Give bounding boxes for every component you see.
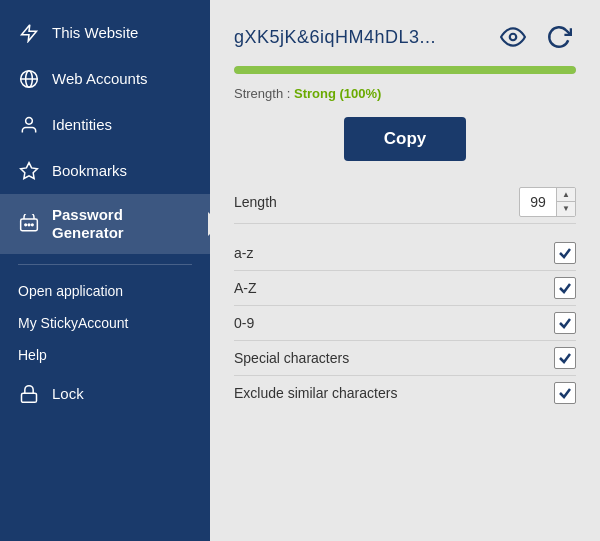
sidebar-item-lock[interactable]: Lock (0, 371, 210, 417)
option-label-special: Special characters (234, 350, 554, 366)
option-check-special[interactable] (554, 347, 576, 369)
strength-bar (234, 66, 576, 74)
sidebar-item-this-website[interactable]: This Website (0, 10, 210, 56)
star-icon (18, 160, 40, 182)
main-content: gXK5jK&6iqHM4hDL3... Strength : Strong (… (210, 0, 600, 541)
option-row-09: 0-9 (234, 306, 576, 341)
sidebar-link-my-sticky-account[interactable]: My StickyAccount (0, 307, 210, 339)
option-label-az: a-z (234, 245, 554, 261)
option-row-exclude-similar: Exclude similar characters (234, 376, 576, 410)
sidebar: This Website Web Accounts Identities Boo… (0, 0, 210, 541)
options-list: a-zA-Z0-9Special charactersExclude simil… (234, 236, 576, 410)
sidebar-link-open-application[interactable]: Open application (0, 275, 210, 307)
strength-bar-fill (234, 66, 576, 74)
svg-point-8 (32, 224, 34, 226)
length-input-wrapper: ▲ ▼ (519, 187, 576, 217)
svg-rect-9 (22, 393, 37, 402)
copy-button-wrapper: Copy (234, 113, 576, 169)
option-check-09[interactable] (554, 312, 576, 334)
option-row-special: Special characters (234, 341, 576, 376)
length-increment-button[interactable]: ▲ (557, 188, 575, 202)
strength-label-row: Strength : Strong (100%) (234, 86, 576, 101)
svg-point-6 (25, 224, 27, 226)
svg-point-3 (26, 118, 33, 125)
svg-point-10 (510, 34, 517, 41)
length-decrement-button[interactable]: ▼ (557, 202, 575, 216)
sidebar-divider (18, 264, 192, 265)
length-input[interactable] (520, 192, 556, 212)
refresh-password-button[interactable] (542, 20, 576, 54)
lock-icon (18, 383, 40, 405)
password-icon (18, 213, 40, 235)
bolt-icon (18, 22, 40, 44)
sidebar-item-identities[interactable]: Identities (0, 102, 210, 148)
svg-point-7 (28, 224, 30, 226)
sidebar-item-password-generator[interactable]: Password Generator (0, 194, 210, 254)
option-label-AZ: A-Z (234, 280, 554, 296)
option-row-length: Length ▲ ▼ (234, 181, 576, 224)
option-row-AZ: A-Z (234, 271, 576, 306)
password-display-row: gXK5jK&6iqHM4hDL3... (234, 20, 576, 54)
length-stepper: ▲ ▼ (556, 188, 575, 216)
password-text: gXK5jK&6iqHM4hDL3... (234, 27, 484, 48)
option-check-exclude-similar[interactable] (554, 382, 576, 404)
sidebar-item-bookmarks[interactable]: Bookmarks (0, 148, 210, 194)
copy-button[interactable]: Copy (344, 117, 467, 161)
sidebar-item-web-accounts[interactable]: Web Accounts (0, 56, 210, 102)
toggle-visibility-button[interactable] (496, 20, 530, 54)
globe-icon (18, 68, 40, 90)
option-check-az[interactable] (554, 242, 576, 264)
option-row-az: a-z (234, 236, 576, 271)
option-label-09: 0-9 (234, 315, 554, 331)
sidebar-link-help[interactable]: Help (0, 339, 210, 371)
option-check-AZ[interactable] (554, 277, 576, 299)
svg-marker-4 (21, 163, 38, 179)
person-icon (18, 114, 40, 136)
option-label-exclude-similar: Exclude similar characters (234, 385, 554, 401)
